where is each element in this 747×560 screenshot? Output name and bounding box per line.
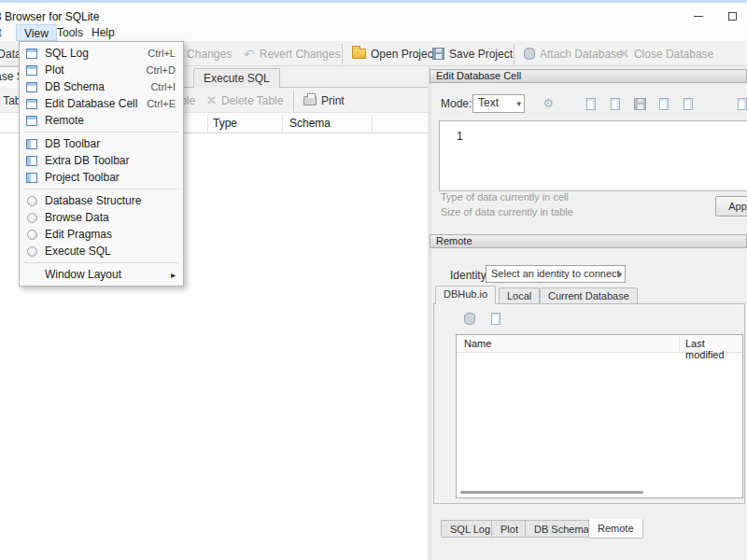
menu-item-project-toolbar[interactable]: Project Toolbar <box>20 169 183 186</box>
view-toggle-icon <box>25 228 38 241</box>
remote-refresh-button[interactable] <box>459 309 480 329</box>
expand-icon <box>738 98 747 110</box>
dock-tab-plot[interactable]: Plot <box>491 520 528 538</box>
view-toggle-icon <box>25 245 38 258</box>
cell-editor[interactable]: 1 <box>439 120 747 191</box>
cell-editor-content: 1 <box>457 130 463 143</box>
tab-dbhub-io[interactable]: DBHub.io <box>435 286 496 304</box>
minimize-icon <box>694 16 703 17</box>
menu-item-db-toolbar[interactable]: DB Toolbar <box>20 135 183 152</box>
close-database-button[interactable]: ✕ Close Database <box>614 42 718 65</box>
panel-splitter[interactable] <box>428 66 431 560</box>
identity-dropdown[interactable]: Select an identity to connect ▾ <box>486 265 626 283</box>
tab-execute-sql[interactable]: Execute SQL <box>193 68 280 88</box>
menu-bar: Edit View Tools Help <box>0 24 747 41</box>
gear-icon: ⚙ <box>543 97 554 109</box>
menu-item-database-structure[interactable]: Database Structure <box>20 192 183 209</box>
chevron-down-icon: ▾ <box>617 267 622 283</box>
dock-tab-remote[interactable]: Remote <box>588 519 643 539</box>
column-header-last-modified[interactable]: Last modified <box>685 338 742 360</box>
settings-button[interactable]: ⚙ <box>538 93 558 113</box>
menu-edit[interactable]: Edit <box>0 24 9 41</box>
menu-item-edit-database-cell[interactable]: Edit Database Cell Ctrl+E <box>20 95 183 112</box>
menu-item-plot[interactable]: Plot Ctrl+D <box>20 62 183 78</box>
export-icon <box>611 98 620 110</box>
import-icon <box>586 98 596 110</box>
minimize-button[interactable] <box>684 6 713 26</box>
column-divider <box>372 115 373 133</box>
horizontal-scrollbar[interactable] <box>460 491 643 494</box>
save-project-button[interactable]: Save Project <box>428 42 517 65</box>
column-divider <box>679 336 680 351</box>
print-icon <box>303 96 317 105</box>
fullscreen-cell-button[interactable] <box>732 94 747 114</box>
edit-cell-panel-header[interactable]: Edit Database Cell <box>430 69 747 83</box>
menu-item-extra-db-toolbar[interactable]: Extra DB Toolbar <box>20 152 183 169</box>
edit-cell-icon <box>25 97 38 110</box>
menu-item-browse-data[interactable]: Browse Data <box>20 209 183 226</box>
attach-database-icon <box>524 48 535 60</box>
toolbar-icon <box>25 154 38 167</box>
print-button[interactable]: Print <box>299 89 349 112</box>
save-icon <box>634 98 646 110</box>
toolbar-separator <box>514 44 514 64</box>
menu-item-db-schema[interactable]: DB Schema Ctrl+I <box>20 78 183 95</box>
menu-item-window-layout[interactable]: Window Layout ▸ <box>20 266 183 283</box>
db-schema-icon <box>25 80 38 93</box>
column-header-type[interactable]: Type <box>213 117 237 130</box>
window-title: DB Browser for SQLite <box>0 10 99 23</box>
revert-icon: ↶ <box>244 48 255 61</box>
toolbar-icon <box>25 171 38 184</box>
toolbar-separator <box>293 91 294 111</box>
dock-tab-db-schema[interactable]: DB Schema <box>525 520 599 538</box>
folder-icon <box>352 49 366 59</box>
import-cell-button[interactable] <box>581 94 601 114</box>
menu-item-edit-pragmas[interactable]: Edit Pragmas <box>20 226 183 243</box>
tab-local[interactable]: Local <box>499 287 540 304</box>
paste-cell-button[interactable] <box>678 94 698 114</box>
bottom-dock-tab-bar: SQL Log Plot DB Schema Remote <box>431 519 747 539</box>
clone-icon <box>491 313 500 325</box>
maximize-button[interactable] <box>717 6 747 26</box>
app-window: DB Browser for SQLite Edit View Tools He… <box>0 0 747 560</box>
tab-current-database[interactable]: Current Database <box>540 287 638 304</box>
refresh-database-icon <box>464 313 475 325</box>
copy-icon <box>659 98 669 110</box>
remote-icon <box>25 114 38 127</box>
delete-table-icon: ✕ <box>206 94 217 106</box>
copy-cell-button[interactable] <box>654 94 674 114</box>
column-header-name[interactable]: Name <box>464 338 491 349</box>
save-icon <box>432 48 444 60</box>
menu-item-execute-sql[interactable]: Execute SQL <box>20 243 183 259</box>
view-toggle-icon <box>25 194 38 207</box>
column-divider <box>207 115 208 133</box>
menu-item-remote[interactable]: Remote <box>20 112 183 129</box>
save-cell-button[interactable] <box>629 94 650 114</box>
list-header-row: Name Last modified <box>457 335 742 353</box>
menu-help[interactable]: Help <box>84 24 122 41</box>
chevron-down-icon: ▾ <box>516 96 521 112</box>
remote-tab-bar: DBHub.io Local Current Database <box>431 286 747 304</box>
menu-item-sql-log[interactable]: SQL Log Ctrl+L <box>20 45 183 62</box>
mode-dropdown[interactable]: Text ▾ <box>472 94 525 113</box>
remote-panel-header[interactable]: Remote <box>430 234 747 248</box>
column-header-schema[interactable]: Schema <box>289 117 331 130</box>
paste-icon <box>684 98 693 110</box>
apply-button[interactable]: Apply <box>715 196 747 217</box>
cell-type-info: Type of data currently in cell <box>441 191 569 203</box>
export-cell-button[interactable] <box>605 94 626 114</box>
maximize-icon <box>728 12 737 21</box>
sql-log-icon <box>25 47 38 60</box>
close-database-icon: ✕ <box>619 48 629 60</box>
view-menu-dropdown: SQL Log Ctrl+L Plot Ctrl+D DB Schema Ctr… <box>19 41 184 287</box>
title-bar: DB Browser for SQLite <box>0 0 747 24</box>
remote-clone-button[interactable] <box>486 309 506 329</box>
menu-separator <box>24 189 178 189</box>
column-divider <box>282 115 283 133</box>
attach-database-button[interactable]: Attach Database <box>519 42 627 65</box>
identity-label: Identity <box>450 269 486 282</box>
delete-table-button[interactable]: ✕ Delete Table <box>202 89 288 112</box>
revert-changes-button[interactable]: ↶ Revert Changes <box>239 42 345 65</box>
toolbar-separator <box>342 44 343 64</box>
remote-file-list[interactable]: Name Last modified <box>456 334 743 498</box>
